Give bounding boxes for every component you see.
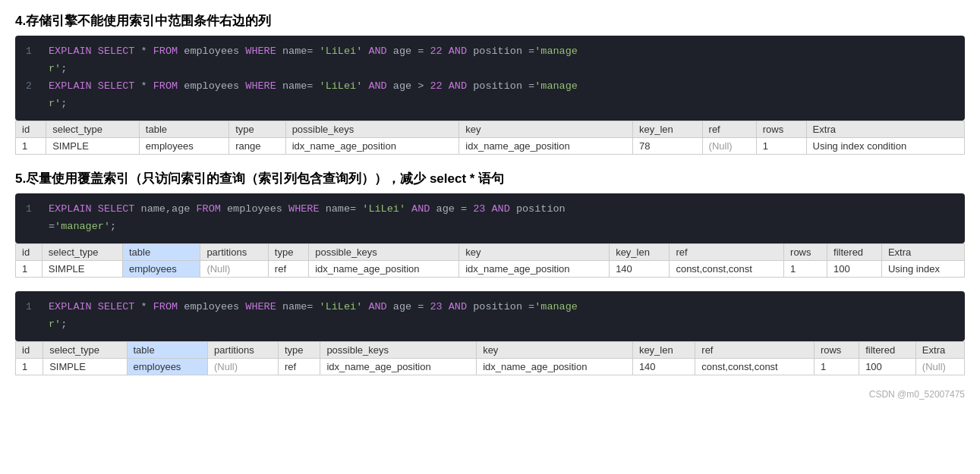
col-rows: rows xyxy=(814,341,859,358)
cell-possible-keys: idx_name_age_position xyxy=(285,137,459,154)
code-line-2-cont: r'; xyxy=(26,96,954,113)
cell-id: 1 xyxy=(16,260,43,277)
col-id: id xyxy=(16,243,43,260)
col-possible-keys: possible_keys xyxy=(320,341,477,358)
code-block-2: 1 EXPLAIN SELECT name,age FROM employees… xyxy=(15,193,965,243)
col-table: table xyxy=(127,341,207,358)
cell-key: idx_name_age_position xyxy=(477,358,633,375)
col-partitions: partitions xyxy=(200,243,268,260)
col-filtered: filtered xyxy=(827,243,882,260)
table-header-row-2: id select_type table partitions type pos… xyxy=(16,243,965,260)
cell-select-type: SIMPLE xyxy=(46,137,140,154)
section4: 4.存储引擎不能使用索引中范围条件右边的列 1 EXPLAIN SELECT *… xyxy=(15,12,965,155)
cell-partitions: (Null) xyxy=(207,358,278,375)
col-select-type: select_type xyxy=(42,243,122,260)
col-filtered: filtered xyxy=(859,341,916,358)
col-rows: rows xyxy=(784,243,827,260)
code-line-1: 1 EXPLAIN SELECT * FROM employees WHERE … xyxy=(26,43,954,61)
col-key: key xyxy=(477,341,633,358)
code-text-3: EXPLAIN SELECT name,age FROM employees W… xyxy=(49,201,954,218)
cell-extra: (Null) xyxy=(915,358,964,375)
col-ref: ref xyxy=(702,121,756,137)
cell-key: idx_name_age_position xyxy=(459,137,633,154)
code-text-4: EXPLAIN SELECT * FROM employees WHERE na… xyxy=(49,299,954,316)
col-partitions: partitions xyxy=(207,341,278,358)
col-id: id xyxy=(16,121,46,137)
line-number-4: 1 xyxy=(26,299,43,315)
cell-key-len: 140 xyxy=(632,358,695,375)
col-table: table xyxy=(139,121,228,137)
cell-table: employees xyxy=(122,260,200,277)
code-text-cont: r'; xyxy=(49,61,954,78)
result-table-2: id select_type table partitions type pos… xyxy=(15,243,965,278)
col-key: key xyxy=(459,121,633,137)
result-table-1: id select_type table type possible_keys … xyxy=(15,121,965,155)
table-row: 1 SIMPLE employees (Null) ref idx_name_a… xyxy=(16,260,965,277)
section5: 5.尽量使用覆盖索引（只访问索引的查询（索引列包含查询列）），减少 select… xyxy=(15,170,965,400)
result-table-3: id select_type table partitions type pos… xyxy=(15,341,965,375)
code-text-2-cont: r'; xyxy=(49,96,954,113)
line-number: 1 xyxy=(26,43,43,60)
col-rows: rows xyxy=(756,121,806,137)
cell-select-type: SIMPLE xyxy=(43,358,127,375)
col-key-len: key_len xyxy=(610,243,670,260)
col-type: type xyxy=(268,243,308,260)
cell-type: ref xyxy=(268,260,308,277)
table-row: 1 SIMPLE employees range idx_name_age_po… xyxy=(16,137,965,154)
col-select-type: select_type xyxy=(46,121,140,137)
line-number-3: 1 xyxy=(26,201,43,218)
col-extra: Extra xyxy=(881,243,964,260)
cell-key-len: 78 xyxy=(632,137,702,154)
cell-key: idx_name_age_position xyxy=(459,260,610,277)
cell-id: 1 xyxy=(16,137,46,154)
section5-title: 5.尽量使用覆盖索引（只访问索引的查询（索引列包含查询列）），减少 select… xyxy=(15,170,965,187)
col-select-type: select_type xyxy=(43,341,127,358)
cell-rows: 1 xyxy=(814,358,859,375)
col-type: type xyxy=(229,121,285,137)
col-possible-keys: possible_keys xyxy=(285,121,459,137)
col-possible-keys: possible_keys xyxy=(309,243,459,260)
cell-filtered: 100 xyxy=(827,260,882,277)
col-ref: ref xyxy=(695,341,815,358)
table-row: 1 SIMPLE employees (Null) ref idx_name_a… xyxy=(16,358,965,375)
section4-title: 4.存储引擎不能使用索引中范围条件右边的列 xyxy=(15,12,965,30)
col-key-len: key_len xyxy=(632,341,695,358)
code-line-3-cont: ='manager'; xyxy=(26,218,954,236)
cell-select-type: SIMPLE xyxy=(42,260,122,277)
table-header-row: id select_type table type possible_keys … xyxy=(16,121,965,137)
cell-ref: (Null) xyxy=(702,137,756,154)
code-text-3-cont: ='manager'; xyxy=(49,218,954,236)
code-block-1: 1 EXPLAIN SELECT * FROM employees WHERE … xyxy=(15,36,965,121)
code-text-2: EXPLAIN SELECT * FROM employees WHERE na… xyxy=(49,78,954,96)
watermark: CSDN @m0_52007475 xyxy=(15,389,965,400)
cell-ref: const,const,const xyxy=(695,358,815,375)
cell-partitions: (Null) xyxy=(200,260,268,277)
col-extra: Extra xyxy=(806,121,964,137)
cell-key-len: 140 xyxy=(610,260,670,277)
cell-table: employees xyxy=(139,137,228,154)
cell-ref: const,const,const xyxy=(670,260,784,277)
cell-id: 1 xyxy=(16,358,43,375)
code-block-3: 1 EXPLAIN SELECT * FROM employees WHERE … xyxy=(15,291,965,341)
cell-type: ref xyxy=(278,358,320,375)
code-line-4-cont: r'; xyxy=(26,316,954,334)
table-header-row-3: id select_type table partitions type pos… xyxy=(16,341,965,358)
col-extra: Extra xyxy=(915,341,964,358)
line-number-2: 2 xyxy=(26,78,43,95)
code-line-3: 1 EXPLAIN SELECT name,age FROM employees… xyxy=(26,201,954,218)
cell-filtered: 100 xyxy=(859,358,916,375)
code-line-2: 2 EXPLAIN SELECT * FROM employees WHERE … xyxy=(26,78,954,96)
code-text-4-cont: r'; xyxy=(49,316,954,334)
cell-extra: Using index condition xyxy=(806,137,964,154)
cell-extra: Using index xyxy=(881,260,964,277)
cell-type: range xyxy=(229,137,285,154)
col-id: id xyxy=(16,341,43,358)
cell-rows: 1 xyxy=(756,137,806,154)
cell-possible-keys: idx_name_age_position xyxy=(320,358,477,375)
cell-rows: 1 xyxy=(784,260,827,277)
cell-table: employees xyxy=(127,358,207,375)
code-line-4: 1 EXPLAIN SELECT * FROM employees WHERE … xyxy=(26,299,954,316)
col-table: table xyxy=(122,243,200,260)
col-type: type xyxy=(278,341,320,358)
col-key-len: key_len xyxy=(632,121,702,137)
